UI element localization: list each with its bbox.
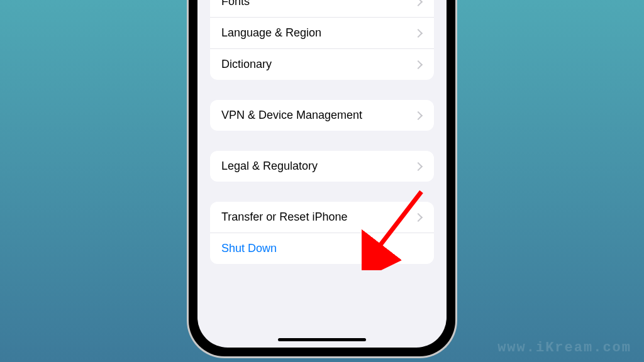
row-label: VPN & Device Management [221, 109, 362, 122]
chevron-right-icon [414, 162, 423, 170]
row-label: Fonts [221, 0, 250, 8]
chevron-right-icon [414, 212, 423, 221]
row-label: Language & Region [221, 26, 321, 40]
watermark-text: www.iKream.com [497, 340, 631, 356]
settings-group-reset: Transfer or Reset iPhone Shut Down [210, 202, 434, 264]
settings-row-legal[interactable]: Legal & Regulatory [210, 151, 434, 182]
chevron-right-icon [414, 60, 423, 69]
settings-row-fonts[interactable]: Fonts [210, 0, 434, 18]
settings-group-legal: Legal & Regulatory [210, 151, 434, 182]
settings-group-general: . Fonts Language & Region Dictionary [210, 0, 434, 80]
row-label: Dictionary [221, 58, 272, 71]
row-label: Transfer or Reset iPhone [221, 211, 347, 224]
settings-row-transfer-reset[interactable]: Transfer or Reset iPhone [210, 202, 434, 233]
phone-screen: . Fonts Language & Region Dictionary [197, 0, 447, 348]
chevron-right-icon [414, 0, 423, 6]
row-label: Legal & Regulatory [221, 160, 318, 173]
settings-row-dictionary[interactable]: Dictionary [210, 49, 434, 80]
chevron-right-icon [414, 111, 423, 119]
chevron-right-icon [414, 28, 423, 37]
settings-row-language-region[interactable]: Language & Region [210, 18, 434, 49]
phone-frame: . Fonts Language & Region Dictionary [187, 0, 457, 358]
settings-row-shutdown[interactable]: Shut Down [210, 233, 434, 264]
row-label-shutdown: Shut Down [221, 242, 277, 255]
settings-list: . Fonts Language & Region Dictionary [197, 0, 447, 264]
home-indicator[interactable] [278, 338, 366, 341]
settings-group-device: VPN & Device Management [210, 100, 434, 131]
settings-row-vpn-device[interactable]: VPN & Device Management [210, 100, 434, 131]
